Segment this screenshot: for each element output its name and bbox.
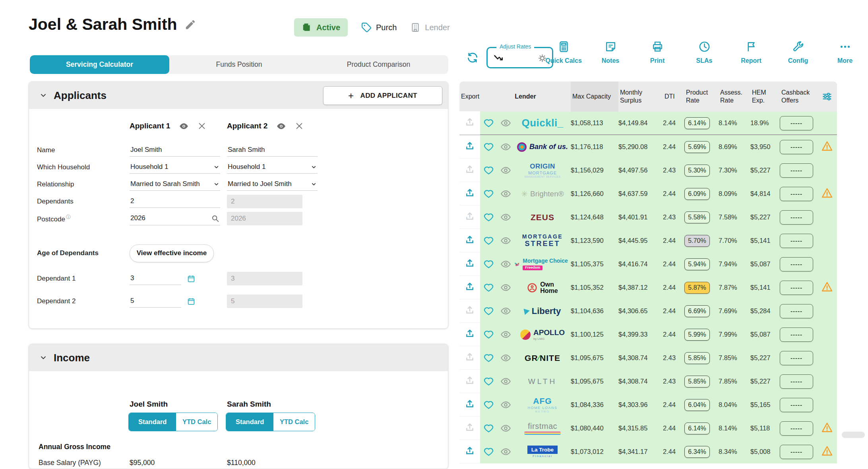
visibility-eye-icon[interactable]	[497, 188, 514, 199]
favourite-heart-icon[interactable]	[480, 212, 497, 223]
favourite-heart-icon[interactable]	[480, 235, 497, 246]
product-rate-badge[interactable]: 5.58%	[684, 211, 710, 223]
refresh-sync-icon[interactable]	[466, 51, 479, 64]
cashback-offers-button[interactable]: -----	[780, 116, 813, 130]
cashback-offers-button[interactable]: -----	[780, 374, 813, 389]
export-button[interactable]	[459, 370, 480, 393]
header-export[interactable]: Export	[459, 93, 480, 101]
visibility-eye-icon[interactable]	[497, 329, 514, 340]
base-salary-applicant2-value[interactable]: $110,000	[227, 459, 256, 467]
warning-triangle-icon[interactable]	[821, 140, 833, 154]
visibility-eye-icon[interactable]	[179, 121, 189, 131]
cashback-offers-button[interactable]: -----	[780, 328, 813, 342]
header-lender[interactable]: Lender	[480, 93, 571, 101]
product-rate-badge[interactable]: 5.69%	[684, 141, 710, 153]
export-button[interactable]	[459, 276, 480, 299]
cashback-offers-button[interactable]: -----	[780, 351, 813, 365]
quick-calcs-button[interactable]: Quick Calcs	[541, 41, 586, 64]
product-rate-badge[interactable]: 6.09%	[684, 188, 710, 200]
tab-product-comparison[interactable]: Product Comparison	[309, 55, 448, 74]
table-settings-icon[interactable]	[818, 91, 836, 102]
header-cashback-offers[interactable]: Cashback Offers	[780, 89, 818, 105]
remove-applicant-icon[interactable]	[295, 122, 304, 130]
cashback-offers-button[interactable]: -----	[780, 281, 813, 295]
print-button[interactable]: Print	[635, 41, 680, 64]
config-button[interactable]: Config	[776, 41, 820, 64]
warning-triangle-icon[interactable]	[821, 187, 833, 201]
favourite-heart-icon[interactable]	[480, 446, 497, 457]
product-rate-badge[interactable]: 6.04%	[684, 399, 710, 411]
visibility-eye-icon[interactable]	[497, 235, 514, 246]
product-rate-badge[interactable]: 5.99%	[684, 329, 710, 341]
cashback-offers-button[interactable]: -----	[780, 445, 813, 459]
export-button[interactable]	[459, 417, 480, 440]
export-button[interactable]	[459, 111, 480, 135]
calendar-icon[interactable]	[187, 274, 196, 283]
calendar-icon[interactable]	[187, 297, 196, 306]
dependants-input-applicant1[interactable]: 2	[130, 195, 220, 208]
visibility-eye-icon[interactable]	[497, 376, 514, 387]
export-button[interactable]	[459, 252, 480, 276]
standard-toggle[interactable]: Standard	[129, 413, 176, 431]
trend-down-icon[interactable]	[493, 53, 504, 64]
visibility-eye-icon[interactable]	[497, 306, 514, 316]
cashback-offers-button[interactable]: -----	[780, 304, 813, 318]
cashback-offers-button[interactable]: -----	[780, 421, 813, 436]
cashback-offers-button[interactable]: -----	[780, 398, 813, 412]
tab-funds-position[interactable]: Funds Position	[169, 55, 309, 74]
name-input-applicant2[interactable]: Sarah Smith	[227, 143, 318, 157]
header-max-capacity[interactable]: Max Capacity	[571, 81, 618, 112]
visibility-eye-icon[interactable]	[497, 446, 514, 457]
favourite-heart-icon[interactable]	[480, 259, 497, 269]
relationship-select-applicant2[interactable]: Married to Joel Smith	[227, 178, 318, 191]
slas-button[interactable]: SLAs	[682, 41, 727, 64]
product-rate-badge[interactable]: 6.14%	[684, 422, 710, 434]
dependant-1-age-input[interactable]: 3	[130, 272, 181, 285]
export-button[interactable]	[459, 182, 480, 205]
export-button[interactable]	[459, 205, 480, 229]
dependant-2-age-input[interactable]: 5	[130, 295, 181, 308]
ytd-calc-toggle[interactable]: YTD Calc	[176, 413, 217, 431]
report-button[interactable]: Report	[729, 41, 773, 64]
ytd-calc-toggle[interactable]: YTD Calc	[273, 413, 315, 431]
visibility-eye-icon[interactable]	[497, 141, 514, 152]
cashback-offers-button[interactable]: -----	[780, 163, 813, 178]
more-button[interactable]: More	[823, 41, 867, 64]
product-rate-badge[interactable]: 5.94%	[684, 258, 710, 270]
header-product-rate[interactable]: Product Rate	[684, 89, 719, 105]
export-button[interactable]	[459, 440, 480, 463]
visibility-eye-icon[interactable]	[497, 212, 514, 223]
product-rate-badge[interactable]: 6.34%	[684, 446, 710, 458]
favourite-heart-icon[interactable]	[480, 353, 497, 363]
visibility-eye-icon[interactable]	[497, 259, 514, 269]
warning-triangle-icon[interactable]	[821, 281, 833, 295]
favourite-heart-icon[interactable]	[480, 282, 497, 293]
product-rate-badge[interactable]: 5.85%	[684, 352, 710, 364]
household-select-applicant1[interactable]: Household 1	[130, 161, 220, 174]
product-rate-badge[interactable]: 5.85%	[684, 376, 710, 388]
visibility-eye-icon[interactable]	[497, 399, 514, 410]
applicants-section-header[interactable]: Applicants + ADD APPLICANT	[29, 82, 448, 109]
remove-applicant-icon[interactable]	[198, 122, 206, 130]
visibility-eye-icon[interactable]	[497, 423, 514, 434]
warning-triangle-icon[interactable]	[821, 422, 833, 435]
header-monthly-surplus[interactable]: Monthly Surplus	[618, 89, 663, 105]
favourite-heart-icon[interactable]	[480, 306, 497, 316]
add-applicant-button[interactable]: + ADD APPLICANT	[323, 86, 442, 105]
visibility-eye-icon[interactable]	[497, 165, 514, 176]
favourite-heart-icon[interactable]	[480, 141, 497, 152]
favourite-heart-icon[interactable]	[480, 165, 497, 176]
name-input-applicant1[interactable]: Joel Smith	[130, 143, 220, 157]
household-select-applicant2[interactable]: Household 1	[227, 161, 318, 174]
search-icon[interactable]	[211, 214, 219, 223]
export-button[interactable]	[459, 159, 480, 182]
postcode-input-applicant1[interactable]: 2026	[130, 212, 220, 225]
product-rate-badge[interactable]: 5.30%	[684, 165, 710, 176]
export-button[interactable]	[459, 299, 480, 323]
tab-servicing-calculator[interactable]: Servicing Calculator	[30, 55, 169, 74]
relationship-select-applicant1[interactable]: Married to Sarah Smith	[130, 178, 220, 191]
cashback-offers-button[interactable]: -----	[780, 140, 813, 154]
cashback-offers-button[interactable]: -----	[780, 257, 813, 271]
cashback-offers-button[interactable]: -----	[780, 187, 813, 201]
edit-pencil-icon[interactable]	[184, 19, 196, 31]
